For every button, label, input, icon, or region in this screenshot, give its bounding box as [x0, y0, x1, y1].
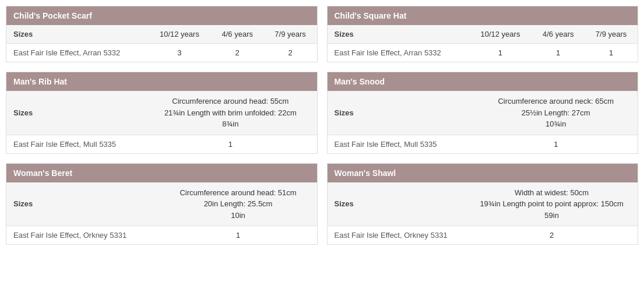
sizes-label: Sizes: [6, 91, 144, 135]
sizes-label: Sizes: [328, 91, 474, 135]
table-womans-beret: SizesCircumference around head: 51cm 20i…: [6, 182, 317, 245]
sizes-label: Sizes: [6, 25, 148, 44]
table-mans-snood: SizesCircumference around neck: 65cm 25½…: [328, 91, 638, 153]
row-label: East Fair Isle Effect, Orkney 5331: [6, 226, 160, 245]
card-title-womans-beret: Woman's Beret: [6, 164, 317, 182]
row-value: 1: [474, 135, 638, 153]
table-row: East Fair Isle Effect, Orkney 53311: [6, 226, 317, 245]
table-row: East Fair Isle Effect, Arran 5332111: [328, 44, 638, 62]
size-description: Circumference around neck: 65cm 25½in Le…: [474, 91, 638, 135]
card-womans-beret: Woman's BeretSizesCircumference around h…: [6, 163, 318, 245]
size-column-header: 10/12 years: [148, 25, 211, 44]
card-childs-square-hat: Child's Square HatSizes10/12 years4/6 ye…: [327, 6, 639, 62]
table-row: East Fair Isle Effect, Arran 5332322: [6, 44, 317, 62]
card-title-womans-shawl: Woman's Shawl: [328, 164, 638, 182]
row-value: 2: [211, 44, 264, 62]
table-mans-rib-hat: SizesCircumference around head: 55cm 21¾…: [6, 91, 317, 153]
row-value: 1: [469, 44, 532, 62]
row-value: 1: [160, 226, 317, 245]
size-description: Circumference around head: 55cm 21¾in Le…: [144, 91, 316, 135]
cards-grid: Child's Pocket ScarfSizes10/12 years4/6 …: [6, 6, 638, 245]
sizes-label: Sizes: [328, 182, 466, 226]
sizes-label: Sizes: [328, 25, 469, 44]
card-childs-pocket-scarf: Child's Pocket ScarfSizes10/12 years4/6 …: [6, 6, 318, 62]
row-value: 3: [148, 44, 211, 62]
row-label: East Fair Isle Effect, Arran 5332: [328, 44, 469, 62]
row-label: East Fair Isle Effect, Mull 5335: [328, 135, 474, 153]
table-row: East Fair Isle Effect, Mull 53351: [6, 135, 317, 153]
card-title-mans-snood: Man's Snood: [328, 72, 638, 91]
card-mans-snood: Man's SnoodSizesCircumference around nec…: [327, 72, 639, 154]
size-description: Width at widest: 50cm 19¾in Length point…: [466, 182, 638, 226]
table-row: East Fair Isle Effect, Mull 53351: [328, 135, 638, 153]
sizes-label: Sizes: [6, 182, 160, 226]
row-label: East Fair Isle Effect, Mull 5335: [6, 135, 144, 153]
card-mans-rib-hat: Man's Rib HatSizesCircumference around h…: [6, 72, 318, 154]
table-row: East Fair Isle Effect, Orkney 53312: [328, 226, 638, 245]
row-value: 2: [466, 226, 638, 245]
size-column-header: 10/12 years: [469, 25, 532, 44]
row-value: 1: [585, 44, 638, 62]
size-description: Circumference around head: 51cm 20in Len…: [160, 182, 317, 226]
row-value: 1: [144, 135, 316, 153]
size-column-header: 4/6 years: [532, 25, 585, 44]
row-label: East Fair Isle Effect, Orkney 5331: [328, 226, 466, 245]
row-label: East Fair Isle Effect, Arran 5332: [6, 44, 148, 62]
card-womans-shawl: Woman's ShawlSizesWidth at widest: 50cm …: [327, 163, 639, 245]
size-column-header: 4/6 years: [211, 25, 264, 44]
table-childs-pocket-scarf: Sizes10/12 years4/6 years7/9 yearsEast F…: [6, 25, 317, 62]
size-column-header: 7/9 years: [585, 25, 638, 44]
row-value: 1: [532, 44, 585, 62]
card-title-childs-pocket-scarf: Child's Pocket Scarf: [6, 6, 317, 25]
size-column-header: 7/9 years: [264, 25, 317, 44]
row-value: 2: [264, 44, 317, 62]
table-womans-shawl: SizesWidth at widest: 50cm 19¾in Length …: [328, 182, 638, 245]
table-childs-square-hat: Sizes10/12 years4/6 years7/9 yearsEast F…: [328, 25, 638, 62]
card-title-mans-rib-hat: Man's Rib Hat: [6, 72, 317, 91]
card-title-childs-square-hat: Child's Square Hat: [328, 6, 638, 25]
